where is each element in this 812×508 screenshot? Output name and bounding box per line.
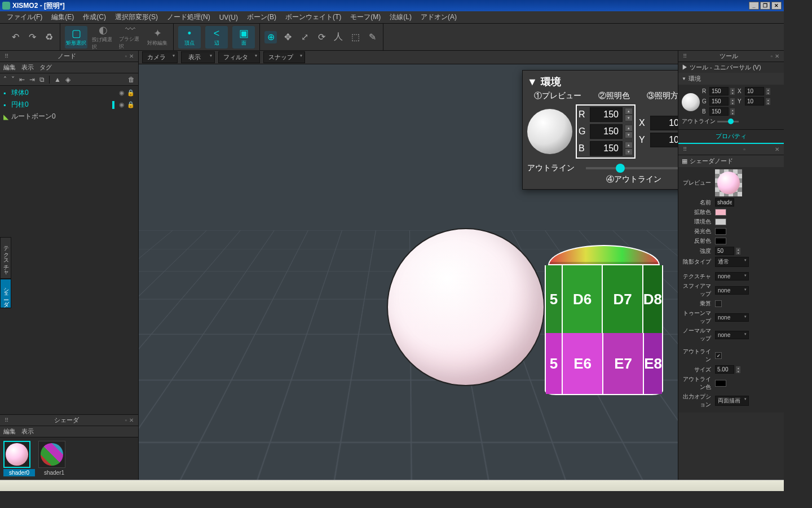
lock-icon[interactable]: 🔒: [127, 89, 135, 97]
globe-icon[interactable]: ⊕: [264, 31, 277, 43]
panel-min-icon[interactable]: ▫: [769, 53, 774, 59]
undo-icon[interactable]: ↶: [9, 31, 21, 43]
menu-node[interactable]: ノード処理(N): [162, 11, 215, 23]
lock-icon[interactable]: 🔒: [127, 101, 135, 108]
light-b-input[interactable]: [590, 141, 623, 156]
menu-file[interactable]: ファイル(F): [2, 11, 47, 23]
shader-menu-view[interactable]: 表示: [21, 427, 34, 436]
intensity-input[interactable]: [715, 247, 734, 255]
node-menu-view[interactable]: 表示: [21, 63, 34, 72]
panel-close-icon[interactable]: ✕: [128, 417, 135, 423]
snap-dropdown[interactable]: スナップ: [263, 51, 305, 63]
spin-up[interactable]: ▴: [625, 108, 633, 115]
cylinder-object[interactable]: 5 D6 D7 D8 5 E6 E7 E8: [545, 245, 663, 397]
panel-min-icon[interactable]: ▫: [123, 53, 128, 59]
normal-map-dropdown[interactable]: none: [715, 331, 749, 339]
light-y-input[interactable]: [650, 133, 678, 147]
light-r-input[interactable]: [590, 107, 623, 122]
collapse-icon[interactable]: ▼: [527, 76, 537, 88]
menu-addon[interactable]: アドオン(A): [416, 11, 461, 23]
outline-slider[interactable]: [586, 167, 678, 169]
grip-icon[interactable]: ⠿: [682, 53, 688, 59]
env-section-header[interactable]: ▼環境: [678, 73, 784, 85]
light-g-input[interactable]: [590, 124, 623, 139]
node-item-sphere[interactable]: ▪ 球体0 ◉ 🔒: [0, 87, 138, 99]
menu-morph[interactable]: モーフ(M): [346, 11, 385, 23]
rect-select-button[interactable]: ▢矩形選択: [65, 26, 87, 49]
property-tab[interactable]: プロパティ: [678, 130, 784, 144]
pivot-icon[interactable]: 人: [332, 31, 345, 43]
shader-node-header[interactable]: ▦ シェーダノード: [678, 155, 784, 167]
camera-dropdown[interactable]: カメラ: [142, 51, 178, 63]
visibility-icon[interactable]: ◉: [119, 89, 125, 97]
face-button[interactable]: ▣面: [232, 26, 255, 49]
outline-size-input[interactable]: [715, 365, 734, 374]
menu-uv[interactable]: UV(U): [215, 12, 242, 23]
sphere-map-dropdown[interactable]: none: [715, 286, 749, 295]
symmetry-button[interactable]: ✦対称編集: [146, 26, 169, 49]
trash-icon[interactable]: 🗑: [128, 76, 135, 84]
maximize-button[interactable]: ❐: [760, 2, 770, 10]
node-menu-tag[interactable]: タグ: [39, 63, 52, 72]
shader-menu-edit[interactable]: 編集: [3, 427, 16, 436]
brush-select-button[interactable]: 〰ブラシ選択: [119, 26, 142, 49]
rotate-icon[interactable]: ⟳: [315, 31, 328, 43]
filter-dropdown[interactable]: フィルタ: [218, 51, 260, 63]
menu-normal[interactable]: 法線(L): [385, 11, 416, 23]
close-button[interactable]: ✕: [771, 2, 782, 10]
node-menu-edit[interactable]: 編集: [3, 63, 16, 72]
vtab-texture[interactable]: テクスチャ: [0, 237, 11, 279]
vtab-shader[interactable]: シェーダ: [0, 279, 11, 308]
panel-close-icon[interactable]: ✕: [128, 53, 135, 59]
emissive-swatch[interactable]: [715, 228, 726, 235]
outline-color-swatch[interactable]: [715, 380, 726, 387]
box-select-icon[interactable]: ⬚: [349, 31, 361, 43]
shader-item-1[interactable]: shader1: [38, 441, 70, 476]
spin-down[interactable]: ▾: [625, 115, 633, 121]
diffuse-swatch[interactable]: [715, 209, 726, 216]
outline-checkbox[interactable]: ✓: [715, 352, 722, 359]
menu-create[interactable]: 作成(C): [78, 11, 111, 23]
shader-name-input[interactable]: [715, 198, 734, 207]
menu-bone-weight[interactable]: ボーンウェイト(T): [281, 11, 346, 23]
output-option-dropdown[interactable]: 両面描画: [715, 396, 749, 406]
minimize-button[interactable]: _: [749, 2, 759, 10]
person-icon[interactable]: ▲: [54, 76, 61, 84]
texture-dropdown[interactable]: none: [715, 272, 749, 281]
env-r-input[interactable]: [709, 87, 729, 95]
menu-select-transform[interactable]: 選択部変形(S): [111, 11, 162, 23]
viewport[interactable]: 5 D6 D7 D8 5 E6 E7 E8 ▼環境: [139, 64, 678, 480]
redo-icon[interactable]: ↷: [26, 31, 38, 43]
ambient-swatch[interactable]: [715, 218, 726, 225]
outdent-icon[interactable]: ⇤: [19, 76, 25, 84]
panel-min-icon[interactable]: ▫: [123, 417, 128, 423]
menu-edit[interactable]: 編集(E): [47, 11, 78, 23]
specular-swatch[interactable]: [715, 238, 726, 244]
light-x-input[interactable]: [650, 116, 678, 130]
indent-icon[interactable]: ⇥: [29, 76, 35, 84]
env-y-input[interactable]: [745, 97, 764, 106]
menu-bone[interactable]: ボーン(B): [242, 11, 281, 23]
scale-icon[interactable]: ⤢: [298, 31, 311, 43]
multiply-checkbox[interactable]: [715, 300, 722, 307]
tool-universal[interactable]: ▶ ツール - ユニバーサル (V): [678, 62, 784, 73]
grip-icon[interactable]: ⠿: [3, 53, 10, 59]
down-icon[interactable]: ˅: [11, 76, 15, 84]
spin-up[interactable]: ▴: [625, 125, 633, 132]
move-icon[interactable]: ✥: [281, 31, 294, 43]
toon-map-dropdown[interactable]: none: [715, 313, 749, 322]
display-dropdown[interactable]: 表示: [181, 51, 215, 63]
pencil-icon[interactable]: ✎: [366, 31, 378, 43]
visibility-icon[interactable]: ◉: [119, 101, 125, 108]
node-item-rootbone[interactable]: ◣ ルートボーン0: [0, 111, 138, 122]
grip-icon[interactable]: ⠿: [3, 417, 10, 423]
env-outline-slider[interactable]: [717, 121, 739, 122]
cube-icon[interactable]: ◈: [65, 76, 70, 84]
node-item-cylinder[interactable]: ▪ 円柱0 ◉ 🔒: [0, 99, 138, 111]
env-b-input[interactable]: [709, 107, 729, 116]
spin-down[interactable]: ▾: [625, 132, 633, 138]
copy-icon[interactable]: ⧉: [39, 76, 45, 84]
env-x-input[interactable]: [745, 87, 764, 95]
shader-item-0[interactable]: shader0: [3, 441, 35, 476]
up-icon[interactable]: ˄: [3, 76, 7, 84]
